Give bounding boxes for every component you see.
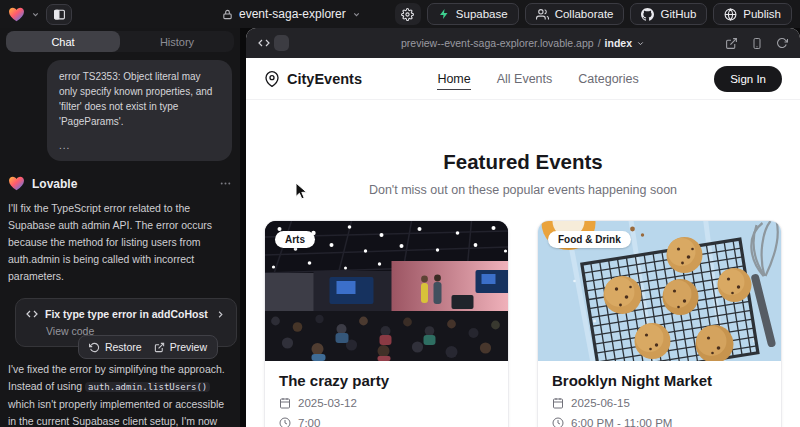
- lovable-avatar-icon: [8, 176, 25, 191]
- supabase-button[interactable]: Supabase: [427, 3, 519, 25]
- github-icon: [641, 8, 654, 21]
- inline-code-listusers: auth.admin.listUsers(): [85, 382, 210, 392]
- lovable-logo-icon[interactable]: [8, 7, 25, 22]
- event-cards: Arts The crazy party 2025-03-12 7:00 Bar…: [246, 220, 800, 427]
- user-message-text: error TS2353: Object literal may only sp…: [59, 69, 220, 129]
- clock-icon: [279, 417, 291, 427]
- app-topbar: event-saga-explorer Supabase Collaborate…: [0, 0, 800, 28]
- map-pin-icon: [264, 71, 280, 87]
- code-fix-section: Fix type type error in addCoHost View co…: [8, 298, 232, 347]
- code-icon: [258, 37, 270, 49]
- project-chevron-down-icon: [352, 10, 361, 19]
- sidebar-tab-bar: Chat History: [6, 31, 234, 52]
- github-button[interactable]: GitHub: [630, 3, 707, 25]
- preview-button[interactable]: Preview: [154, 341, 207, 353]
- tab-chat[interactable]: Chat: [6, 31, 120, 52]
- restore-label: Restore: [105, 341, 142, 353]
- code-view-toggle[interactable]: [258, 35, 289, 51]
- event-title: Brooklyn Night Market: [552, 372, 767, 389]
- event-title: The crazy party: [279, 372, 494, 389]
- preview-url: preview--event-saga-explorer.lovable.app: [401, 37, 594, 49]
- panel-icon: [53, 8, 66, 21]
- supabase-icon: [438, 8, 450, 20]
- site-brand[interactable]: CityEvents: [264, 71, 362, 87]
- preview-chrome-bar: preview--event-saga-explorer.lovable.app…: [246, 28, 800, 58]
- github-label: GitHub: [660, 8, 696, 20]
- restore-icon: [89, 342, 100, 353]
- hero-section: Featured Events Don't miss out on these …: [246, 150, 800, 197]
- restore-button[interactable]: Restore: [89, 341, 142, 353]
- refresh-icon[interactable]: [776, 37, 788, 49]
- code-icon: [26, 308, 38, 320]
- calendar-icon: [552, 397, 564, 409]
- site-header: CityEvents Home All Events Categories Si…: [246, 58, 800, 100]
- sign-in-button[interactable]: Sign In: [714, 66, 782, 92]
- chevron-right-icon: [215, 309, 226, 320]
- category-badge: Food & Drink: [548, 231, 631, 248]
- globe-icon: [724, 8, 737, 21]
- url-separator: /: [598, 37, 601, 49]
- event-card[interactable]: Food & Drink Brooklyn Night Market 2025-…: [537, 220, 782, 427]
- event-time: 6:00 PM - 11:00 PM: [571, 417, 672, 427]
- page-chevron-down-icon: [636, 39, 645, 48]
- url-bar[interactable]: preview--event-saga-explorer.lovable.app…: [246, 37, 800, 49]
- logo-chevron-down-icon[interactable]: [31, 10, 40, 19]
- preview-label: Preview: [170, 341, 207, 353]
- event-date: 2025-03-12: [298, 397, 357, 409]
- preview-panel: preview--event-saga-explorer.lovable.app…: [246, 28, 800, 427]
- event-card[interactable]: Arts The crazy party 2025-03-12 7:00 Bar…: [264, 220, 509, 427]
- external-link-icon: [154, 342, 165, 353]
- lock-icon: [222, 9, 233, 20]
- tab-history[interactable]: History: [120, 31, 234, 52]
- collaborate-button[interactable]: Collaborate: [525, 3, 625, 25]
- fix-card-title: Fix type type error in addCoHost: [45, 308, 208, 320]
- url-page: index: [605, 37, 632, 49]
- site-preview: CityEvents Home All Events Categories Si…: [246, 58, 800, 427]
- supabase-label: Supabase: [456, 8, 508, 20]
- hero-title: Featured Events: [246, 150, 800, 174]
- nav-categories[interactable]: Categories: [578, 72, 638, 86]
- message2-text: which isn't properly implemented or acce…: [8, 398, 224, 427]
- mouse-cursor: [295, 182, 309, 200]
- publish-label: Publish: [743, 8, 781, 20]
- project-title[interactable]: event-saga-explorer: [222, 0, 361, 28]
- assistant-message-2: I've fixed the error by simplifying the …: [8, 361, 232, 427]
- collaborate-label: Collaborate: [555, 8, 614, 20]
- user-message-bubble: error TS2353: Object literal may only sp…: [47, 60, 232, 161]
- event-date: 2025-06-15: [571, 397, 630, 409]
- hero-subtitle: Don't miss out on these popular events h…: [246, 183, 800, 197]
- mobile-view-icon[interactable]: [751, 37, 763, 50]
- assistant-name: Lovable: [32, 177, 77, 191]
- users-icon: [536, 8, 549, 21]
- sidebar-toggle-button[interactable]: [46, 4, 72, 25]
- nav-home[interactable]: Home: [437, 72, 470, 90]
- nav-all-events[interactable]: All Events: [497, 72, 553, 86]
- assistant-message-1: I'll fix the TypeScript error related to…: [8, 200, 232, 285]
- brand-name: CityEvents: [287, 71, 362, 87]
- message-ellipsis: ...: [59, 138, 220, 153]
- site-nav: Home All Events Categories: [437, 72, 638, 86]
- chat-sidebar: Chat History error TS2353: Object litera…: [0, 28, 240, 427]
- publish-button[interactable]: Publish: [713, 3, 792, 25]
- category-badge: Arts: [275, 231, 315, 248]
- project-name: event-saga-explorer: [239, 7, 346, 21]
- settings-button[interactable]: [395, 3, 421, 25]
- gear-icon: [401, 8, 414, 21]
- clock-icon: [552, 417, 564, 427]
- toggle-knob: [274, 35, 289, 51]
- calendar-icon: [279, 397, 291, 409]
- restore-preview-toolbar: Restore Preview: [78, 335, 218, 359]
- more-options-icon[interactable]: [219, 177, 232, 190]
- event-time: 7:00: [298, 417, 320, 427]
- open-in-new-tab-icon[interactable]: [725, 37, 738, 50]
